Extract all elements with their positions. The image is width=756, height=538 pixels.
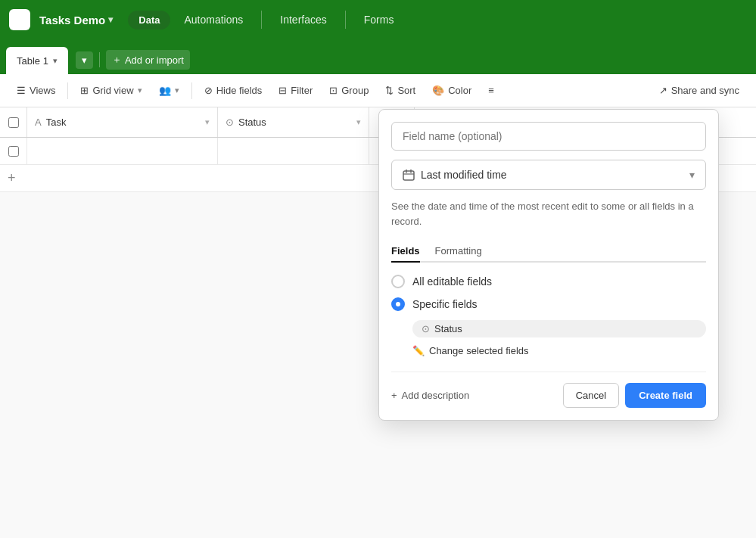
- team-chevron-icon: ▾: [175, 86, 179, 95]
- sort-icon: ⇅: [385, 85, 394, 96]
- grid-icon: ⊞: [80, 85, 89, 96]
- svg-rect-3: [20, 20, 26, 26]
- popup-footer: + Add description Cancel Create field: [391, 372, 706, 408]
- add-or-import-button[interactable]: ＋ Add or import: [106, 50, 190, 70]
- field-type-icon: [403, 168, 415, 182]
- color-icon: 🎨: [432, 85, 444, 96]
- svg-rect-1: [20, 14, 26, 19]
- app-title[interactable]: Tasks Demo ▾: [39, 14, 113, 26]
- task-type-icon: A: [35, 117, 42, 128]
- toolbar-sep-1: [67, 82, 68, 99]
- pencil-icon: ✏️: [412, 345, 425, 356]
- plus-icon: ＋: [112, 53, 122, 67]
- top-nav: Tasks Demo ▾ Data Automations Interfaces…: [0, 0, 756, 39]
- field-description: See the date and time of the most recent…: [391, 199, 706, 229]
- list-icon: ≡: [488, 85, 494, 96]
- list-button[interactable]: ≡: [481, 81, 502, 100]
- plus-desc-icon: +: [391, 390, 397, 401]
- hide-icon: ⊘: [204, 85, 213, 96]
- task-col-chevron-icon: ▾: [205, 117, 210, 127]
- group-button[interactable]: ⊡ Group: [322, 81, 376, 100]
- team-button[interactable]: 👥 ▾: [151, 81, 187, 100]
- radio-specific-fields[interactable]: Specific fields: [391, 297, 706, 311]
- app-logo: [9, 9, 30, 30]
- toolbar: ☰ Views ⊞ Grid view ▾ 👥 ▾ ⊘ Hide fields …: [0, 74, 756, 107]
- nav-interfaces-button[interactable]: Interfaces: [272, 10, 334, 30]
- radio-group: All editable fields Specific fields ⊙ St…: [391, 275, 706, 356]
- table-bar: Table 1 ▾ ▾ ＋ Add or import: [0, 39, 756, 74]
- status-chip[interactable]: ⊙ Status: [412, 320, 706, 337]
- status-type-icon: ⊙: [226, 117, 234, 128]
- add-description-button[interactable]: + Add description: [391, 390, 469, 401]
- nav-separator-2: [345, 11, 346, 29]
- nav-separator: [261, 11, 262, 29]
- task-cell[interactable]: [27, 138, 218, 164]
- chevron-down-icon: ▾: [82, 54, 87, 66]
- status-column-header[interactable]: ⊙ Status ▾: [218, 107, 369, 137]
- filter-button[interactable]: ⊟ Filter: [271, 81, 320, 100]
- status-chip-label: Status: [434, 323, 462, 334]
- radio-all-circle[interactable]: [391, 275, 405, 288]
- task-column-header[interactable]: A Task ▾: [27, 107, 218, 137]
- nav-forms-button[interactable]: Forms: [356, 10, 402, 30]
- field-type-selector[interactable]: Last modified time ▾: [391, 160, 706, 190]
- field-type-label: Last modified time: [421, 169, 683, 181]
- tab-formatting[interactable]: Formatting: [435, 241, 482, 263]
- group-icon: ⊡: [329, 85, 338, 96]
- create-field-button[interactable]: Create field: [625, 383, 706, 408]
- share-icon: ↗: [659, 85, 667, 96]
- filter-icon: ⊟: [278, 85, 287, 96]
- select-all-checkbox[interactable]: [8, 117, 19, 128]
- grid-view-chevron-icon: ▾: [138, 86, 142, 95]
- change-fields-label: Change selected fields: [429, 345, 529, 356]
- app-title-chevron-icon: ▾: [108, 14, 113, 25]
- grid-view-button[interactable]: ⊞ Grid view ▾: [73, 81, 149, 100]
- toolbar-sep-2: [191, 82, 192, 99]
- cancel-button[interactable]: Cancel: [563, 383, 619, 408]
- status-cell[interactable]: [218, 138, 369, 164]
- row-checkbox[interactable]: [8, 146, 19, 157]
- sort-button[interactable]: ⇅ Sort: [378, 81, 423, 100]
- svg-rect-2: [14, 20, 19, 26]
- field-type-chevron-icon: ▾: [689, 169, 695, 181]
- tabs-row: Fields Formatting: [391, 241, 706, 263]
- status-col-chevron-icon: ▾: [356, 117, 361, 127]
- hide-fields-button[interactable]: ⊘ Hide fields: [197, 81, 270, 100]
- table-bar-actions: ▾ ＋ Add or import: [68, 50, 196, 74]
- views-button[interactable]: ☰ Views: [9, 81, 63, 100]
- nav-data-button[interactable]: Data: [128, 11, 170, 30]
- table-tab[interactable]: Table 1 ▾: [6, 47, 68, 74]
- radio-all-fields[interactable]: All editable fields: [391, 275, 706, 288]
- table-sep: [99, 52, 100, 67]
- table-tab-chevron-icon: ▾: [53, 56, 58, 66]
- add-row-icon: +: [8, 170, 16, 186]
- header-checkbox-cell[interactable]: [0, 107, 27, 137]
- field-name-input[interactable]: [391, 122, 706, 151]
- table-bar-chevron-button[interactable]: ▾: [76, 51, 93, 69]
- row-checkbox-cell[interactable]: [0, 138, 27, 164]
- svg-rect-0: [14, 14, 19, 19]
- team-icon: 👥: [159, 85, 171, 96]
- radio-specific-label: Specific fields: [412, 298, 478, 310]
- footer-actions: Cancel Create field: [563, 383, 706, 408]
- color-button[interactable]: 🎨 Color: [425, 81, 479, 100]
- radio-all-label: All editable fields: [412, 275, 492, 288]
- tab-fields[interactable]: Fields: [391, 241, 420, 263]
- nav-automations-button[interactable]: Automations: [176, 10, 250, 30]
- grid-area: A Task ▾ ⊙ Status ▾ + +: [0, 107, 756, 538]
- table-tab-label: Table 1: [17, 55, 48, 67]
- svg-rect-4: [403, 171, 414, 180]
- change-fields-link[interactable]: ✏️ Change selected fields: [412, 345, 706, 356]
- share-sync-button[interactable]: ↗ Share and sync: [652, 81, 747, 100]
- field-popup[interactable]: Last modified time ▾ See the date and ti…: [378, 109, 719, 421]
- status-chip-icon: ⊙: [422, 323, 430, 334]
- specific-fields-area: ⊙ Status ✏️ Change selected fields: [412, 320, 706, 356]
- views-icon: ☰: [17, 85, 26, 96]
- radio-specific-circle[interactable]: [391, 297, 405, 311]
